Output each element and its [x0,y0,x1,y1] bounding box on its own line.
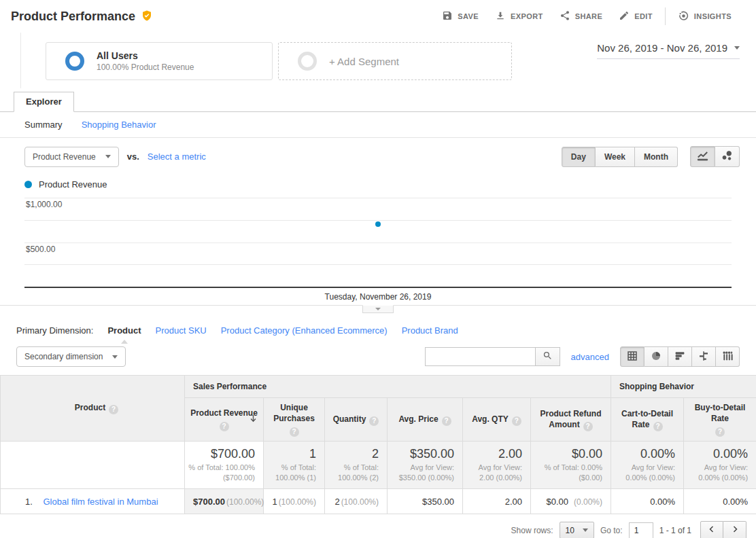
insights-button[interactable]: INSIGHTS [670,6,740,27]
secondary-dimension-dropdown[interactable]: Secondary dimension [16,346,126,367]
dimension-product-label: Product [107,325,141,336]
edit-icon [619,10,630,22]
previous-page-button[interactable] [700,521,723,538]
legend-dot-icon [24,181,32,188]
chart-expander-row [0,305,756,315]
dimension-product-category[interactable]: Product Category (Enhanced Ecommerce) [221,325,388,336]
rows-per-page-select[interactable]: 10 [560,522,594,538]
chart: $1,000.00$500.00 Tuesday, November 26, 2… [24,198,732,305]
motion-chart-button[interactable] [715,146,740,167]
help-icon[interactable]: ? [442,416,451,426]
column-header-avg-qty[interactable]: Avg. QTY? [463,398,531,442]
data-point[interactable] [375,221,381,227]
help-icon[interactable]: ? [653,422,663,431]
help-icon[interactable]: ? [583,422,593,431]
motion-chart-icon [721,149,734,164]
goto-label: Go to: [600,526,623,535]
column-header-avg-price[interactable]: Avg. Price? [388,398,463,442]
percentage-view-icon [650,350,662,364]
cell-avg-price: $350.00 [388,489,463,514]
dimension-product-brand[interactable]: Product Brand [402,325,458,336]
column-header-unique-purchases[interactable]: Unique Purchases? [264,398,325,442]
legend-label: Product Revenue [39,179,107,190]
granularity-week-button[interactable]: Week [596,147,635,167]
select-metric-link[interactable]: Select a metric [148,151,206,162]
column-header-quantity[interactable]: Quantity? [325,398,388,442]
chevron-left-icon [708,525,716,535]
chart-expander-button[interactable] [362,305,394,313]
table-view-button[interactable] [620,346,645,367]
search-input[interactable] [425,347,535,366]
tab-bar: Explorer [0,91,756,112]
next-page-button[interactable] [723,521,746,538]
export-button[interactable]: EXPORT [487,6,551,26]
chart-gridline [24,220,732,221]
search-button[interactable] [535,347,560,366]
chart-type-group [690,146,740,167]
dimension-product-sku[interactable]: Product SKU [156,325,207,336]
chart-gridline [24,243,732,243]
subtab-summary[interactable]: Summary [24,120,63,130]
cell-cart-to-detail-rate: 0.00% [611,489,684,514]
tab-explorer[interactable]: Explorer [14,92,74,112]
totals-product-revenue: $700.00 % of Total: 100.00% ($700.00) [185,442,264,489]
line-chart-button[interactable] [690,146,715,167]
help-icon[interactable]: ? [220,422,229,431]
secondary-dimension-label: Secondary dimension [24,352,103,361]
share-button[interactable]: SHARE [551,6,611,26]
percentage-view-button[interactable] [645,346,668,367]
column-header-product-revenue[interactable]: Product Revenue? [185,398,264,442]
totals-row: $700.00 % of Total: 100.00% ($700.00) 1 … [1,442,756,489]
totals-product-cell [1,442,185,489]
edit-button[interactable]: EDIT [611,6,661,26]
advanced-search-link[interactable]: advanced [571,352,609,362]
cell-avg-qty: 2.00 [463,489,531,514]
segments-section: All Users 100.00% Product Revenue + Add … [20,33,756,88]
chart-gridline [24,198,732,198]
primary-dimension-label: Primary Dimension: [16,325,93,336]
page-title: Product Performance [11,10,135,24]
save-icon [442,10,453,22]
column-header-product[interactable]: Product? [1,376,185,442]
help-icon[interactable]: ? [109,405,118,414]
totals-buy-to-detail-rate: 0.00% Avg for View: 0.00% (0.00%) [684,442,756,489]
totals-unique-purchases: 1 % of Total: 100.00% (1) [264,442,325,489]
help-icon[interactable]: ? [512,416,521,426]
metric-selector-dropdown[interactable]: Product Revenue [24,147,119,167]
group-header-sales-performance: Sales Performance [185,376,611,398]
performance-view-button[interactable] [668,346,692,367]
column-header-cart-to-detail-rate[interactable]: Cart-to-Detail Rate? [611,398,684,442]
add-segment-button[interactable]: + Add Segment [278,42,512,80]
sort-descending-icon[interactable] [248,413,258,426]
help-icon[interactable]: ? [290,427,299,437]
segment-all-users[interactable]: All Users 100.00% Product Revenue [46,42,273,80]
add-segment-label: + Add Segment [329,56,399,67]
comparison-view-button[interactable] [692,346,716,367]
date-range-selector[interactable]: Nov 26, 2019 - Nov 26, 2019 [597,42,740,59]
goto-page-input[interactable] [629,522,653,538]
granularity-day-button[interactable]: Day [562,147,596,167]
export-icon [495,10,506,22]
totals-avg-price: $350.00 Avg for View: $350.00 (0.00%) [388,442,463,489]
pagination-bar: Show rows: 10 Go to: 1 - 1 of 1 [0,514,756,538]
chevron-right-icon [731,525,739,535]
product-link[interactable]: Global film festival in Mumbai [43,497,158,507]
subtab-shopping-behavior[interactable]: Shopping Behavior [82,120,156,130]
product-header-label: Product [75,403,105,412]
column-header-product-refund-amount[interactable]: Product Refund Amount? [531,398,611,442]
chevron-down-icon [375,308,381,310]
chevron-down-icon [105,155,111,158]
save-label: SAVE [458,12,479,20]
segment-title: All Users [97,50,194,61]
dimension-product[interactable]: Product [107,325,141,336]
primary-dimension-bar: Primary Dimension: Product Product SKU P… [0,315,756,341]
cell-buy-to-detail-rate: 0.00% [684,489,756,514]
comparison-view-icon [698,350,710,364]
save-button[interactable]: SAVE [434,6,487,26]
pivot-view-button[interactable] [716,346,740,367]
group-header-shopping-behavior: Shopping Behavior [611,376,756,398]
granularity-month-button[interactable]: Month [635,147,678,167]
help-icon[interactable]: ? [715,427,725,437]
column-header-buy-to-detail-rate[interactable]: Buy-to-Detail Rate? [684,398,756,442]
help-icon[interactable]: ? [369,416,379,426]
